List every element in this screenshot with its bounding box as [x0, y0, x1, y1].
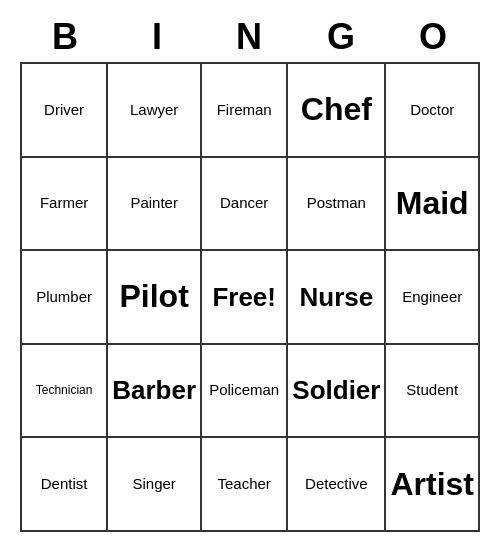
cell-label: Barber: [112, 376, 196, 405]
bingo-cell: Chef: [288, 64, 386, 158]
bingo-cell: Nurse: [288, 251, 386, 345]
cell-label: Doctor: [410, 102, 454, 119]
bingo-cell: Detective: [288, 438, 386, 532]
cell-label: Postman: [307, 195, 366, 212]
bingo-cell: Plumber: [22, 251, 108, 345]
bingo-cell: Dancer: [202, 158, 288, 252]
cell-label: Policeman: [209, 382, 279, 399]
bingo-cell: Pilot: [108, 251, 202, 345]
bingo-cell: Artist: [386, 438, 480, 532]
bingo-cell: Soldier: [288, 345, 386, 439]
bingo-cell: Barber: [108, 345, 202, 439]
cell-label: Engineer: [402, 289, 462, 306]
bingo-cell: Maid: [386, 158, 480, 252]
bingo-cell: Technician: [22, 345, 108, 439]
cell-label: Detective: [305, 476, 368, 493]
cell-label: Dancer: [220, 195, 268, 212]
header-letter: G: [296, 12, 388, 62]
cell-label: Soldier: [292, 376, 380, 405]
header-letter: B: [20, 12, 112, 62]
bingo-cell: Policeman: [202, 345, 288, 439]
bingo-cell: Teacher: [202, 438, 288, 532]
header-letter: I: [112, 12, 204, 62]
bingo-cell: Engineer: [386, 251, 480, 345]
cell-label: Farmer: [40, 195, 88, 212]
cell-label: Nurse: [300, 283, 374, 312]
cell-label: Student: [406, 382, 458, 399]
header-letter: N: [204, 12, 296, 62]
bingo-cell: Driver: [22, 64, 108, 158]
bingo-cell: Fireman: [202, 64, 288, 158]
bingo-header: BINGO: [20, 12, 480, 62]
bingo-grid: DriverLawyerFiremanChefDoctorFarmerPaint…: [20, 62, 480, 532]
bingo-cell: Doctor: [386, 64, 480, 158]
cell-label: Free!: [212, 283, 276, 312]
bingo-cell: Lawyer: [108, 64, 202, 158]
cell-label: Painter: [130, 195, 178, 212]
cell-label: Teacher: [217, 476, 270, 493]
cell-label: Maid: [396, 186, 469, 221]
cell-label: Technician: [36, 384, 93, 397]
cell-label: Fireman: [217, 102, 272, 119]
bingo-cell: Painter: [108, 158, 202, 252]
bingo-cell: Free!: [202, 251, 288, 345]
cell-label: Lawyer: [130, 102, 178, 119]
cell-label: Chef: [301, 92, 372, 127]
cell-label: Plumber: [36, 289, 92, 306]
cell-label: Driver: [44, 102, 84, 119]
bingo-cell: Dentist: [22, 438, 108, 532]
bingo-card: BINGO DriverLawyerFiremanChefDoctorFarme…: [20, 12, 480, 532]
bingo-cell: Farmer: [22, 158, 108, 252]
bingo-cell: Student: [386, 345, 480, 439]
cell-label: Singer: [132, 476, 175, 493]
cell-label: Pilot: [119, 279, 188, 314]
cell-label: Dentist: [41, 476, 88, 493]
header-letter: O: [388, 12, 480, 62]
bingo-cell: Postman: [288, 158, 386, 252]
bingo-cell: Singer: [108, 438, 202, 532]
cell-label: Artist: [390, 467, 474, 502]
